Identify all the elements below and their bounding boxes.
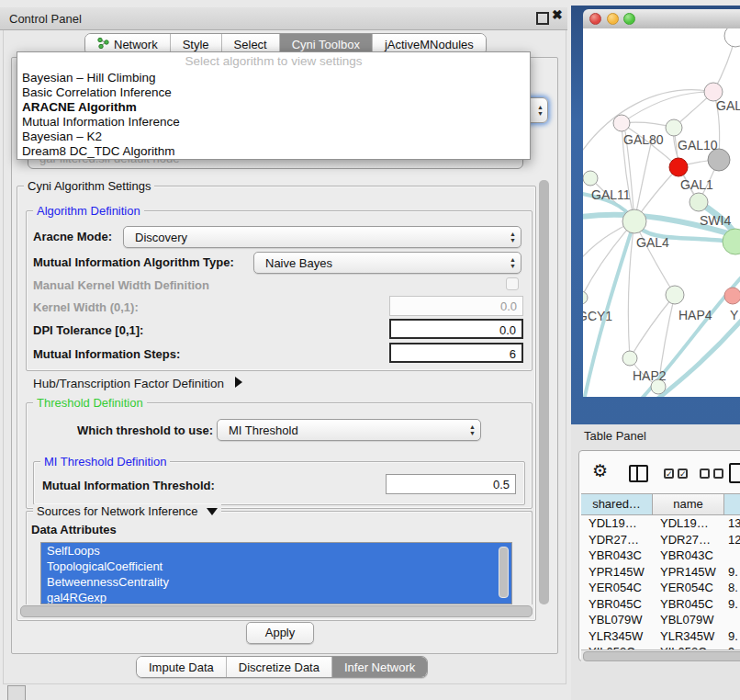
settings-horizontal-scrollbar[interactable] xyxy=(18,604,534,617)
minimized-panel-icon[interactable] xyxy=(7,685,26,700)
tab-discretize-data[interactable]: Discretize Data xyxy=(227,657,332,677)
apply-button[interactable]: Apply xyxy=(246,622,314,644)
network-node[interactable] xyxy=(622,351,637,366)
data-attribute-item[interactable]: gal4RGexp xyxy=(41,590,511,604)
deselect-all-icon[interactable] xyxy=(700,469,710,479)
which-threshold-label: Which threshold to use: xyxy=(77,423,213,437)
table-row[interactable]: YDR27…YDR27…12 xyxy=(581,532,740,548)
column-header-name[interactable]: name xyxy=(653,493,724,515)
select-all-icon[interactable]: ✓ xyxy=(664,469,674,479)
tab-label: Cyni Toolbox xyxy=(292,38,360,51)
control-panel-titlebar: Control Panel xyxy=(0,7,567,30)
network-canvas[interactable]: GALGAL80GAL10GAL1GAL11SWI4GAL4GCY1HAP4YH… xyxy=(583,28,740,397)
network-node[interactable] xyxy=(583,171,598,186)
table-cell: 13 xyxy=(724,515,740,532)
select-all-icon[interactable]: ✓ xyxy=(678,469,688,479)
mi-steps-label: Mutual Information Steps: xyxy=(33,347,180,361)
network-node[interactable] xyxy=(613,115,630,131)
algorithm-definition-title: Algorithm Definition xyxy=(33,204,144,218)
mac-zoom-icon[interactable] xyxy=(623,13,635,25)
algorithm-option[interactable]: Basic Correlation Inference xyxy=(17,85,530,100)
table-cell: YDR27… xyxy=(653,532,724,548)
hub-definition-toggle[interactable]: Hub/Transcription Factor Definition xyxy=(33,377,242,390)
table-row[interactable]: YPR145WYPR145W9. xyxy=(581,564,740,581)
deselect-all-icon[interactable] xyxy=(713,469,723,479)
network-window-titlebar[interactable] xyxy=(583,9,740,29)
tab-label: Impute Data xyxy=(149,660,214,674)
network-node[interactable] xyxy=(690,193,708,211)
network-icon xyxy=(97,37,109,51)
data-attribute-item[interactable]: BetweennessCentrality xyxy=(41,574,511,590)
network-node[interactable] xyxy=(669,158,688,176)
table-row[interactable]: YDL19…YDL19…13 xyxy=(581,515,740,532)
algorithm-option[interactable]: Dream8 DC_TDC Algorithm xyxy=(17,144,530,159)
algorithm-option[interactable]: ARACNE Algorithm xyxy=(17,100,530,115)
table-row[interactable]: YBR043CYBR043C xyxy=(581,548,740,564)
manual-kernel-checkbox[interactable] xyxy=(506,277,519,290)
tab-label: Discretize Data xyxy=(239,660,320,674)
mac-close-icon[interactable] xyxy=(589,13,601,25)
data-attributes-label: Data Attributes xyxy=(31,523,117,536)
mac-minimize-icon[interactable] xyxy=(607,13,619,25)
sources-group-toggle[interactable]: Sources for Network Inference xyxy=(33,504,221,518)
data-attribute-item[interactable]: SelfLoops xyxy=(41,543,511,559)
table-row[interactable]: YER054CYER054C8. xyxy=(581,580,740,596)
data-attributes-list[interactable]: SelfLoopsTopologicalCoefficientBetweenne… xyxy=(40,542,512,604)
cyni-settings-title: Cyni Algorithm Settings xyxy=(24,179,154,193)
node-label: GCY1 xyxy=(583,309,612,323)
close-icon[interactable]: ✖ xyxy=(552,7,563,22)
network-node[interactable] xyxy=(724,288,740,304)
algorithm-option[interactable]: Mutual Information Inference xyxy=(17,115,530,130)
manual-kernel-label: Manual Kernel Width Definition xyxy=(33,278,209,292)
data-attribute-item[interactable]: TopologicalCoefficient xyxy=(41,559,511,574)
column-header-shared…[interactable]: shared… xyxy=(581,493,653,515)
which-threshold-combo[interactable]: MI Threshold ▲▼ xyxy=(217,419,481,441)
node-label: GAL1 xyxy=(680,177,713,192)
chevron-right-icon xyxy=(235,377,242,388)
table-cell: YBR045C xyxy=(653,596,724,613)
mi-algorithm-type-label: Mutual Information Algorithm Type: xyxy=(33,255,234,269)
table-cell: 9. xyxy=(724,628,740,645)
mi-steps-field[interactable]: 6 xyxy=(389,343,523,363)
aracne-mode-combo[interactable]: Discovery ▲▼ xyxy=(123,226,521,248)
mi-threshold-field[interactable]: 0.5 xyxy=(386,474,516,494)
tab-impute-data[interactable]: Impute Data xyxy=(137,657,227,677)
settings-vertical-scrollbar[interactable] xyxy=(539,180,549,604)
node-label: GAL4 xyxy=(636,235,669,250)
mi-threshold-title: MI Threshold Definition xyxy=(40,455,170,469)
node-label: GAL11 xyxy=(591,187,631,202)
algorithm-option[interactable]: Bayesian – Hill Climbing xyxy=(17,71,530,85)
float-window-icon[interactable] xyxy=(536,12,549,25)
network-node[interactable] xyxy=(622,209,646,233)
mi-algorithm-type-combo[interactable]: Naive Bayes ▲▼ xyxy=(253,252,521,274)
node-label: GAL80 xyxy=(623,132,664,147)
column-header-extra[interactable] xyxy=(724,493,740,515)
network-node[interactable] xyxy=(666,119,682,136)
document-icon[interactable] xyxy=(729,463,740,483)
table-row[interactable]: YBL079WYBL079W xyxy=(581,612,740,628)
tab-infer-network[interactable]: Infer Network xyxy=(332,657,427,677)
table-browser: ⚙ ✓ ✓ shared…name YDL19…YDL19…13YDR27…YD… xyxy=(578,450,740,661)
kernel-width-field[interactable]: 0.0 xyxy=(389,296,523,316)
table-row[interactable]: YBR045CYBR045C9. xyxy=(581,596,740,613)
network-view-panel: GALGAL80GAL10GAL1GAL11SWI4GAL4GCY1HAP4YH… xyxy=(571,0,740,424)
dpi-tolerance-field[interactable]: 0.0 xyxy=(389,319,523,339)
table-cell xyxy=(724,548,740,564)
algorithm-option[interactable]: Bayesian – K2 xyxy=(17,130,530,144)
algorithm-dropdown-popup: Select algorithm to view settingsBayesia… xyxy=(17,51,531,160)
table-cell: 9. xyxy=(724,596,740,613)
dpi-tolerance-label: DPI Tolerance [0,1]: xyxy=(33,323,143,337)
table-row[interactable]: YLR345WYLR345W9. xyxy=(581,628,740,645)
table-horizontal-scrollbar[interactable] xyxy=(581,649,740,662)
kernel-width-label: Kernel Width (0,1): xyxy=(33,300,139,314)
list-scrollbar[interactable] xyxy=(499,547,509,598)
split-columns-icon[interactable] xyxy=(629,465,648,482)
gear-icon[interactable]: ⚙ xyxy=(592,460,608,481)
table-cell: 8. xyxy=(724,580,740,596)
chevron-down-icon xyxy=(207,508,218,515)
combo-stepper-icon: ▲▼ xyxy=(510,231,516,243)
combo-stepper-icon: ▲▼ xyxy=(510,256,516,269)
network-node[interactable] xyxy=(666,286,684,304)
aracne-mode-label: Aracne Mode: xyxy=(33,230,112,243)
table-cell: YER054C xyxy=(653,580,724,596)
